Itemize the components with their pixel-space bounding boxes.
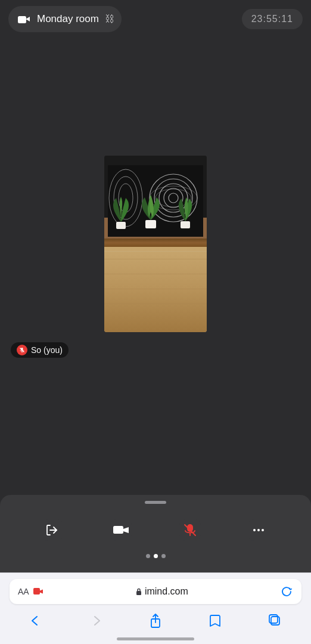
dot-2 [154,554,158,558]
top-bar: Monday room ⛓ 23:55:11 [0,0,311,38]
dot-3 [161,554,166,558]
svg-rect-13 [145,220,156,228]
forward-button[interactable] [84,609,108,633]
svg-rect-12 [116,222,126,229]
share-button[interactable] [144,609,167,633]
more-button[interactable] [243,515,274,546]
share-icon [149,613,162,628]
svg-point-27 [253,529,256,531]
svg-rect-31 [136,591,141,595]
safari-bar: AA imind.com [0,572,311,644]
video-tile[interactable] [104,156,207,332]
controls-row [0,515,311,546]
mic-toggle-button[interactable] [175,515,206,546]
mic-muted-icon [17,345,27,355]
user-name-text: So (you) [31,345,63,355]
wall-art [104,159,207,243]
drag-handle [145,501,166,504]
room-name-label: Monday room [37,13,99,25]
url-bar-center[interactable]: imind.com [135,586,188,597]
reload-icon [280,585,293,598]
room-info-pill[interactable]: Monday room ⛓ [8,6,122,32]
reload-button[interactable] [280,585,293,598]
safari-nav [0,604,311,633]
camera-icon [15,11,32,27]
floor [104,244,207,332]
link-icon: ⛓ [105,14,114,24]
svg-point-29 [262,529,264,531]
bookmarks-icon [209,614,222,628]
user-label: So (you) [11,342,69,358]
camera-toggle-button[interactable] [105,515,136,546]
home-indicator [117,637,194,640]
url-bar-left: AA [18,586,43,597]
tabs-icon [268,614,282,628]
tabs-button[interactable] [263,609,287,633]
pagination-dots [146,554,166,558]
svg-rect-14 [181,221,190,228]
domain-label: imind.com [145,586,188,597]
leave-button[interactable] [37,515,68,546]
url-bar[interactable]: AA imind.com [10,579,301,604]
back-button[interactable] [24,609,48,633]
bottom-panel [0,495,311,572]
lock-icon [135,587,142,596]
back-icon [30,614,42,627]
svg-rect-30 [33,588,40,595]
camera-record-icon [33,586,43,597]
main-content: So (you) [0,38,311,450]
room-scene [104,156,207,332]
svg-point-28 [257,529,260,531]
svg-rect-21 [113,526,123,534]
svg-rect-0 [18,16,26,23]
aa-button[interactable]: AA [18,587,29,596]
forward-icon [90,614,102,627]
timestamp: 23:55:11 [242,9,303,29]
bookmarks-button[interactable] [203,609,227,633]
dot-1 [146,554,150,558]
